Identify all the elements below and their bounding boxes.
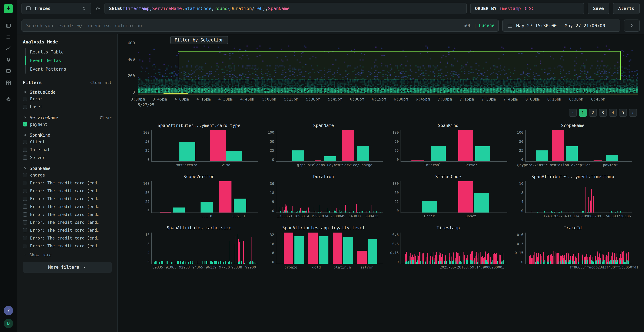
selection-region[interactable] <box>178 51 621 80</box>
checkbox[interactable] <box>23 181 27 185</box>
chart-spike <box>574 212 574 212</box>
analysis-mode-event-deltas[interactable]: Event Deltas <box>25 56 112 65</box>
chart-spike <box>620 260 621 264</box>
chart-spike <box>178 261 179 264</box>
date-range-picker[interactable]: May 27 15:30:00 - May 27 21:00:00 <box>502 20 620 32</box>
chart-spike <box>237 234 238 264</box>
clear-all-button[interactable]: Clear all <box>90 80 112 85</box>
filter-option[interactable]: Error: The credit card (end… <box>23 203 112 210</box>
save-button[interactable]: Save <box>588 3 609 14</box>
list-icon[interactable] <box>5 34 12 40</box>
filter-option[interactable]: Client <box>23 138 112 146</box>
checkbox[interactable] <box>23 97 27 101</box>
filter-option[interactable]: Error: The credit card (end… <box>23 211 112 218</box>
checkbox[interactable] <box>23 236 27 240</box>
page-button-2[interactable]: 2 <box>589 109 597 117</box>
checkbox[interactable] <box>23 173 27 177</box>
checkbox[interactable] <box>23 212 27 216</box>
chart-spike <box>168 261 168 264</box>
chart-spike <box>610 260 610 264</box>
filter-option[interactable]: Error: The credit card (end… <box>23 234 112 242</box>
filter-option[interactable]: charge <box>23 171 112 179</box>
page-button-1[interactable]: 1 <box>579 109 587 117</box>
filter-option[interactable]: Error: The credit card (end… <box>23 218 112 226</box>
next-page-button[interactable]: › <box>629 109 637 117</box>
analysis-mode-event-patterns[interactable]: Event Patterns <box>25 65 112 74</box>
checkbox[interactable] <box>23 220 27 224</box>
checkbox[interactable] <box>23 228 27 232</box>
run-query-button[interactable] <box>624 20 640 32</box>
chart-spike <box>595 261 596 264</box>
topbar: Traces SELECT Timestamp,ServiceName,Stat… <box>17 0 644 17</box>
show-more-button[interactable]: Show more <box>23 252 112 257</box>
filter-option[interactable]: Error <box>23 95 112 103</box>
query-settings-gear-icon[interactable] <box>95 5 101 12</box>
monitor-icon[interactable] <box>5 68 12 74</box>
chart-spike <box>318 212 319 212</box>
lucene-mode-label[interactable]: Lucene <box>479 23 494 28</box>
chart-spike <box>459 262 460 264</box>
chart-spike <box>188 262 189 264</box>
page-button-4[interactable]: 4 <box>609 109 617 117</box>
heatmap-x-tick: 4:30pm <box>218 97 232 102</box>
checkbox[interactable] <box>23 196 27 201</box>
checkbox[interactable] <box>23 244 27 248</box>
checkbox[interactable] <box>23 148 27 152</box>
chart-spike <box>607 262 608 264</box>
chart-bar <box>284 232 294 264</box>
help-button[interactable]: ? <box>4 306 13 315</box>
checkbox[interactable] <box>23 105 27 109</box>
chart-spike <box>406 260 406 264</box>
chart-bar <box>319 236 328 264</box>
chart-bar <box>226 151 242 161</box>
order-by-input[interactable]: ORDER BY Timestamp DESC <box>470 3 584 14</box>
chart-spike <box>591 195 592 212</box>
page-button-5[interactable]: 5 <box>619 109 627 117</box>
checkbox[interactable]: ✓ <box>23 122 27 126</box>
grid-icon[interactable] <box>5 80 12 86</box>
chart-title: Timestamp <box>389 226 507 230</box>
layout-icon[interactable] <box>5 22 12 28</box>
user-avatar[interactable]: D <box>4 319 13 328</box>
filter-option-label: Error: The credit card (end… <box>30 204 100 209</box>
checkbox[interactable] <box>23 204 27 209</box>
mini-chart-6: StatusCode10050250ErrorUnset <box>389 174 507 219</box>
chevron-down-icon <box>23 253 27 257</box>
mini-chart-8: SpanAttributes.cache.size168408983591063… <box>140 226 258 270</box>
checkbox[interactable] <box>23 140 27 144</box>
filter-option[interactable]: Error: The credit card (end… <box>23 195 112 202</box>
chart-spike <box>411 257 412 264</box>
chart-spike <box>533 261 533 264</box>
chart-icon[interactable] <box>5 46 12 52</box>
filter-by-selection-tooltip[interactable]: Filter by Selection <box>170 36 228 44</box>
source-select[interactable]: Traces <box>22 3 91 14</box>
chart-spike <box>314 211 314 212</box>
alerts-button[interactable]: Alerts <box>613 3 640 14</box>
more-filters-button[interactable]: More filters <box>23 262 112 272</box>
filter-option[interactable]: Error: The credit card (end… <box>23 179 112 187</box>
sql-mode-label[interactable]: SQL <box>464 23 471 28</box>
bell-icon[interactable] <box>5 57 12 63</box>
page-button-3[interactable]: 3 <box>599 109 607 117</box>
search-row: SQL | Lucene May 27 15:30:00 - May 27 21… <box>17 17 644 34</box>
hyperdx-logo[interactable] <box>4 4 13 13</box>
search-input[interactable] <box>22 20 499 32</box>
filter-option[interactable]: Error: The credit card (end… <box>23 226 112 234</box>
analysis-mode-results-table[interactable]: Results Table <box>25 48 112 56</box>
checkbox[interactable] <box>23 189 27 193</box>
filter-option[interactable]: Error: The credit card (end… <box>23 187 112 194</box>
gear-icon[interactable] <box>5 96 12 102</box>
sql-select-input[interactable]: SELECT Timestamp,ServiceName,StatusCode,… <box>104 3 467 14</box>
filter-option[interactable]: Error: The credit card (end… <box>23 242 112 250</box>
chart-spike <box>614 262 614 264</box>
filter-option[interactable]: Server <box>23 154 112 161</box>
clear-filter-button[interactable]: Clear <box>100 116 112 120</box>
filter-option[interactable]: Unset <box>23 103 112 110</box>
prev-page-button[interactable]: ‹ <box>569 109 577 117</box>
checkbox[interactable] <box>23 156 27 160</box>
language-toggle[interactable]: SQL | Lucene <box>464 23 494 28</box>
chart-spike <box>407 262 408 264</box>
heatmap-y-tick: 0 <box>124 90 135 94</box>
filter-option[interactable]: Internal <box>23 146 112 154</box>
filter-option[interactable]: ✓payment <box>23 120 112 128</box>
